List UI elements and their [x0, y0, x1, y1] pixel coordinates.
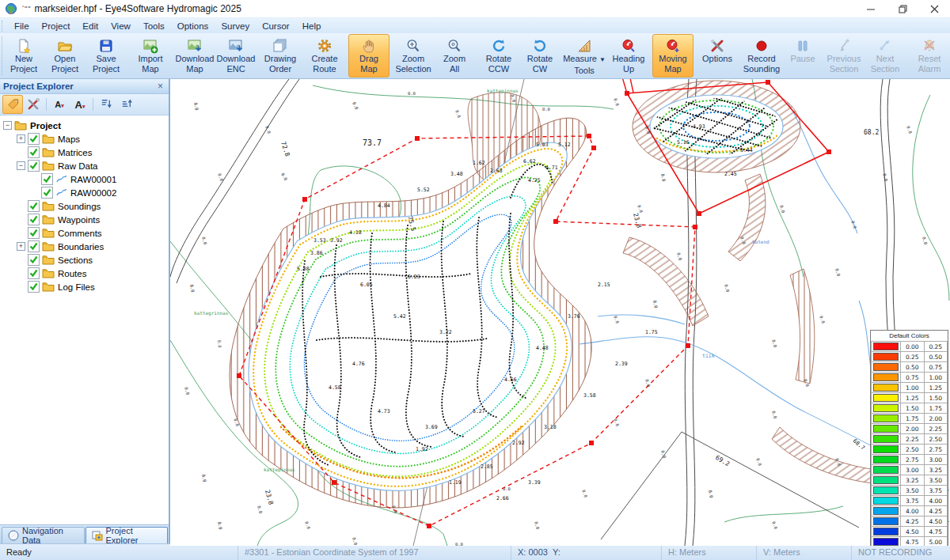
toolbar-button-options[interactable]: Options — [697, 34, 738, 78]
visibility-checkbox[interactable] — [28, 133, 40, 145]
bottom-tabs-bar: Navigation DataProject Explorer — [0, 524, 169, 543]
sort-descending-button[interactable] — [96, 95, 116, 114]
zero-depth-label: 0.0 — [280, 172, 288, 182]
legend-row: 2.002.25 — [872, 424, 948, 434]
visibility-checkbox[interactable] — [28, 146, 40, 158]
expand-icon[interactable]: + — [17, 134, 25, 143]
expand-icon[interactable]: + — [17, 242, 25, 251]
toolbar-button-import-map[interactable]: ImportMap — [130, 34, 171, 78]
visibility-checkbox[interactable] — [28, 267, 40, 279]
menu-help[interactable]: Help — [296, 21, 328, 32]
toolbar-button-record-sounding[interactable]: RecordSounding — [741, 34, 782, 78]
toolbar-button-zoom-selection[interactable]: ZoomSelection — [393, 34, 434, 78]
zero-depth-label: 0.0 — [779, 205, 785, 214]
toolbar-button-previous-section[interactable]: PreviousSection — [823, 34, 864, 78]
zero-depth-label: 0.0 — [771, 520, 778, 529]
tree-item-soundings[interactable]: Soundings — [3, 199, 169, 213]
toolbar-button-moving-map[interactable]: MovingMap — [652, 34, 694, 78]
tree-item-routes[interactable]: Routes — [3, 267, 169, 280]
depth-sounding-label: 2.66 — [496, 495, 509, 501]
zero-depth-label: 0.0 — [676, 252, 682, 261]
toolbar-button-new-project[interactable]: NewProject — [3, 34, 44, 78]
toolbar-button-pause[interactable]: Pause — [782, 34, 823, 78]
legend-depth-from: 1.50 — [901, 403, 925, 414]
map-canvas[interactable]: kattegrinnaskattepinnaskattepinnaskatend… — [170, 79, 950, 546]
toolbar-button-drawing-order[interactable]: DrawingOrder — [260, 34, 301, 78]
open-folder-icon — [57, 37, 73, 54]
tree-item-comments[interactable]: Comments — [3, 226, 169, 240]
toolbar-button-save-project[interactable]: SaveProject — [86, 34, 127, 78]
tree-item-raw-data[interactable]: −Raw Data — [3, 159, 169, 172]
toolbar-button-rotate-cw[interactable]: RotateCW — [519, 34, 560, 78]
tree-item-log-files[interactable]: Log Files — [3, 280, 169, 293]
toolbar-button-drag-map[interactable]: DragMap — [348, 34, 390, 78]
depth-sounding-label: 5.42 — [393, 313, 406, 320]
tree-item-sections[interactable]: Sections — [3, 253, 169, 267]
minimize-button[interactable] — [855, 0, 887, 17]
visibility-checkbox[interactable] — [28, 254, 40, 266]
font-increase-button[interactable]: A▾ — [70, 95, 90, 114]
font-decrease-button[interactable]: A▾ — [49, 95, 70, 114]
toolbar-button-rotate-ccw[interactable]: RotateCCW — [478, 34, 519, 78]
toolbar-button-reset-alarm[interactable]: ResetAlarm — [909, 34, 950, 78]
toolbar-button-next-section[interactable]: NextSection — [864, 34, 906, 78]
close-button[interactable] — [918, 0, 950, 17]
legend-depth-from: 4.50 — [901, 527, 925, 537]
toolbar-button-label: PreviousSection — [827, 54, 861, 74]
toolbar-button-label: DownloadMap — [176, 54, 215, 74]
tree-item-label: RAW00002 — [70, 188, 116, 198]
visibility-checkbox[interactable] — [28, 160, 40, 172]
visibility-checkbox[interactable] — [28, 214, 40, 225]
menu-cursor[interactable]: Cursor — [256, 21, 296, 32]
tools-button[interactable] — [23, 95, 44, 114]
folder-icon — [42, 268, 55, 279]
menu-file[interactable]: File — [8, 21, 36, 32]
legend-color-swatch — [872, 537, 901, 547]
visibility-checkbox[interactable] — [28, 240, 40, 252]
toolbar-button-label: ImportMap — [138, 54, 162, 74]
toolbar-button-heading-up[interactable]: HeadingUp — [608, 34, 649, 78]
menu-survey[interactable]: Survey — [215, 21, 256, 32]
tab-project-explorer[interactable]: Project Explorer — [86, 527, 169, 543]
sort-ascending-button[interactable] — [116, 95, 137, 114]
visibility-checkbox[interactable] — [41, 187, 53, 199]
labels-button[interactable] — [2, 95, 23, 114]
menu-tools[interactable]: Tools — [137, 21, 171, 32]
menu-project[interactable]: Project — [36, 21, 77, 32]
tree-item-boundaries[interactable]: +Boundaries — [3, 240, 169, 253]
project-tree: −Project+MapsMatrices−Raw DataRAW00001RA… — [0, 115, 169, 524]
toolbar-button-measure-tools[interactable]: Measure▼Tools — [564, 34, 605, 78]
tree-item-waypoints[interactable]: Waypoints — [3, 213, 169, 226]
tree-item-raw00001[interactable]: RAW00001 — [3, 172, 169, 186]
sort-ascending-icon — [120, 97, 134, 112]
dropdown-arrow-icon[interactable]: ▼ — [599, 56, 606, 63]
legend-depth-from: 3.25 — [901, 475, 925, 486]
restore-button[interactable] — [887, 0, 918, 17]
toolbar-button-download-enc[interactable]: DownloadENC — [215, 34, 256, 78]
toolbar-button-zoom-all[interactable]: ZoomAll — [434, 34, 475, 78]
visibility-checkbox[interactable] — [28, 200, 40, 212]
visibility-checkbox[interactable] — [28, 227, 40, 239]
zero-depth-label: 0.0 — [454, 109, 462, 118]
menu-view[interactable]: View — [104, 21, 137, 32]
legend-depth-from: 0.75 — [901, 373, 925, 383]
collapse-icon[interactable]: − — [17, 161, 25, 170]
collapse-icon[interactable]: − — [3, 121, 12, 130]
tree-item-matrices[interactable]: Matrices — [3, 146, 169, 159]
toolbar-button-open-project[interactable]: OpenProject — [44, 34, 86, 78]
visibility-checkbox[interactable] — [28, 281, 40, 293]
tree-item-raw00002[interactable]: RAW00002 — [3, 186, 169, 199]
tree-item-maps[interactable]: +Maps — [3, 132, 169, 146]
visibility-checkbox[interactable] — [41, 173, 53, 185]
menu-edit[interactable]: Edit — [76, 21, 104, 32]
legend-depth-from: 1.00 — [901, 383, 925, 393]
toolbar-button-create-route[interactable]: CreateRoute — [304, 34, 345, 78]
tree-item-project[interactable]: −Project — [3, 119, 169, 132]
elevation-label: 23.8 — [264, 489, 275, 505]
toolbar-button-download-map[interactable]: DownloadMap — [174, 34, 215, 78]
panel-close-icon[interactable]: × — [155, 81, 165, 92]
menu-options[interactable]: Options — [171, 21, 215, 32]
toolbar-button-label: RotateCW — [527, 54, 553, 74]
legend-depth-from: 4.75 — [901, 537, 925, 547]
tab-navigation-data[interactable]: Navigation Data — [2, 527, 85, 543]
